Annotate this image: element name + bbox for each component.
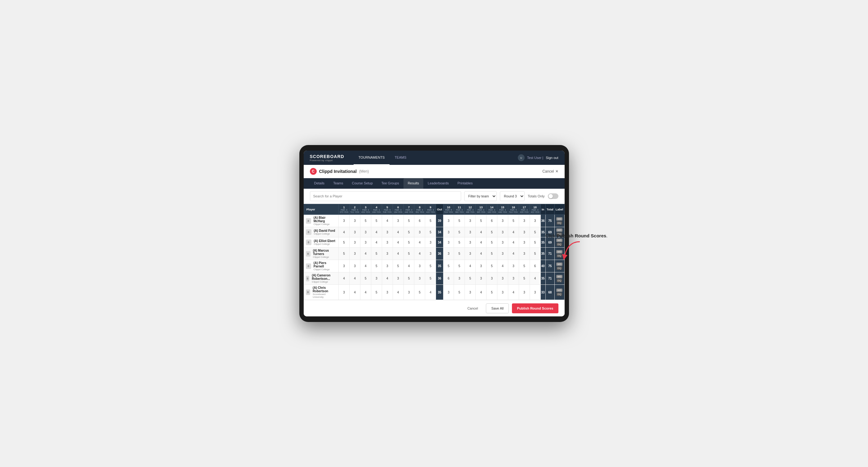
hole-4-score[interactable]: 4: [371, 237, 382, 248]
back-hole-14-score[interactable]: 5: [487, 237, 497, 248]
dq-badge[interactable]: DQ: [557, 279, 562, 282]
back-hole-14-score[interactable]: 5: [487, 227, 497, 237]
hole-7-score[interactable]: 5: [403, 272, 414, 285]
hole-1-score[interactable]: 4: [339, 272, 349, 285]
back-hole-11-score[interactable]: 3: [454, 272, 465, 285]
hole-1-score[interactable]: 3: [339, 260, 349, 272]
hole-3-score[interactable]: 3: [360, 237, 371, 248]
hole-4-score[interactable]: 4: [371, 227, 382, 237]
back-hole-18-score[interactable]: 5: [530, 227, 540, 237]
hole-7-score[interactable]: 5: [403, 237, 414, 248]
back-hole-17-score[interactable]: 5: [519, 272, 530, 285]
back-hole-10-score[interactable]: 3: [443, 227, 454, 237]
back-hole-13-score[interactable]: 4: [476, 285, 487, 300]
back-hole-11-score[interactable]: 5: [454, 248, 465, 260]
hole-3-score[interactable]: 3: [360, 227, 371, 237]
hole-5-score[interactable]: 4: [382, 272, 393, 285]
hole-9-score[interactable]: 3: [425, 237, 436, 248]
nav-teams[interactable]: TEAMS: [390, 151, 411, 165]
back-hole-16-score[interactable]: 4: [508, 248, 519, 260]
nav-tournaments[interactable]: TOURNAMENTS: [353, 151, 390, 165]
hole-2-score[interactable]: 4: [349, 285, 361, 300]
hole-1-score[interactable]: 5: [339, 248, 349, 260]
back-hole-18-score[interactable]: 6: [530, 260, 540, 272]
hole-6-score[interactable]: 5: [393, 260, 403, 272]
back-hole-17-score[interactable]: 3: [519, 248, 530, 260]
dq-badge[interactable]: DQ: [557, 267, 562, 270]
wd-badge[interactable]: WD: [556, 228, 562, 232]
back-hole-16-score[interactable]: 4: [508, 237, 519, 248]
back-hole-12-score[interactable]: 3: [465, 215, 476, 227]
back-hole-13-score[interactable]: 3: [476, 260, 487, 272]
back-hole-18-score[interactable]: 5: [530, 248, 540, 260]
hole-3-score[interactable]: 4: [360, 285, 371, 300]
back-hole-17-score[interactable]: 5: [519, 260, 530, 272]
hole-6-score[interactable]: 3: [393, 215, 403, 227]
back-hole-11-score[interactable]: 5: [454, 237, 465, 248]
hole-3-score[interactable]: 5: [360, 215, 371, 227]
back-hole-18-score[interactable]: 4: [530, 272, 540, 285]
back-hole-16-score[interactable]: 5: [508, 215, 519, 227]
hole-2-score[interactable]: 3: [349, 248, 361, 260]
hole-8-score[interactable]: 4: [414, 248, 425, 260]
back-hole-10-score[interactable]: 3: [443, 237, 454, 248]
back-hole-15-score[interactable]: 3: [497, 285, 508, 300]
back-hole-18-score[interactable]: 3: [530, 285, 540, 300]
back-hole-18-score[interactable]: 5: [530, 237, 540, 248]
back-hole-17-score[interactable]: 3: [519, 237, 530, 248]
back-hole-13-score[interactable]: 4: [476, 237, 487, 248]
tab-tee-groups[interactable]: Tee Groups: [377, 178, 403, 189]
hole-2-score[interactable]: 3: [349, 260, 361, 272]
back-hole-12-score[interactable]: 3: [465, 237, 476, 248]
tab-course-setup[interactable]: Course Setup: [348, 178, 377, 189]
hole-4-score[interactable]: 5: [371, 260, 382, 272]
hole-9-score[interactable]: 5: [425, 260, 436, 272]
hole-8-score[interactable]: 3: [414, 227, 425, 237]
back-hole-12-score[interactable]: 3: [465, 227, 476, 237]
hole-5-score[interactable]: 3: [382, 248, 393, 260]
hole-2-score[interactable]: 3: [349, 215, 361, 227]
back-hole-10-score[interactable]: 3: [443, 215, 454, 227]
back-hole-17-score[interactable]: 3: [519, 227, 530, 237]
hole-7-score[interactable]: 5: [403, 215, 414, 227]
back-hole-16-score[interactable]: 4: [508, 227, 519, 237]
back-hole-15-score[interactable]: 3: [497, 248, 508, 260]
back-hole-16-score[interactable]: 4: [508, 285, 519, 300]
round-select[interactable]: Round 3: [500, 191, 525, 201]
hole-1-score[interactable]: 3: [339, 215, 349, 227]
back-hole-10-score[interactable]: 5: [443, 260, 454, 272]
tab-results[interactable]: Results: [403, 178, 424, 189]
back-hole-12-score[interactable]: 4: [465, 260, 476, 272]
back-hole-10-score[interactable]: 3: [443, 285, 454, 300]
back-hole-13-score[interactable]: 5: [476, 215, 487, 227]
back-hole-18-score[interactable]: 3: [530, 215, 540, 227]
hole-9-score[interactable]: 5: [425, 227, 436, 237]
back-hole-13-score[interactable]: 4: [476, 248, 487, 260]
hole-5-score[interactable]: 3: [382, 227, 393, 237]
back-hole-11-score[interactable]: 5: [454, 227, 465, 237]
hole-9-score[interactable]: 4: [425, 285, 436, 300]
hole-6-score[interactable]: 4: [393, 285, 403, 300]
back-hole-11-score[interactable]: 5: [454, 285, 465, 300]
tab-teams[interactable]: Teams: [329, 178, 347, 189]
back-hole-17-score[interactable]: 3: [519, 215, 530, 227]
back-hole-13-score[interactable]: 4: [476, 227, 487, 237]
hole-9-score[interactable]: 5: [425, 272, 436, 285]
hole-4-score[interactable]: 5: [371, 215, 382, 227]
hole-6-score[interactable]: 4: [393, 248, 403, 260]
back-hole-15-score[interactable]: 3: [497, 215, 508, 227]
hole-5-score[interactable]: 3: [382, 237, 393, 248]
back-hole-14-score[interactable]: 6: [487, 215, 497, 227]
dq-badge[interactable]: DQ: [557, 292, 562, 296]
back-hole-10-score[interactable]: 3: [443, 248, 454, 260]
hole-2-score[interactable]: 4: [349, 272, 361, 285]
back-hole-15-score[interactable]: 4: [497, 260, 508, 272]
back-hole-15-score[interactable]: 3: [497, 272, 508, 285]
hole-9-score[interactable]: 5: [425, 215, 436, 227]
search-input[interactable]: [310, 191, 461, 201]
hole-8-score[interactable]: 3: [414, 260, 425, 272]
hole-1-score[interactable]: 4: [339, 227, 349, 237]
hole-2-score[interactable]: 3: [349, 227, 361, 237]
back-hole-14-score[interactable]: 3: [487, 272, 497, 285]
back-hole-15-score[interactable]: 3: [497, 227, 508, 237]
